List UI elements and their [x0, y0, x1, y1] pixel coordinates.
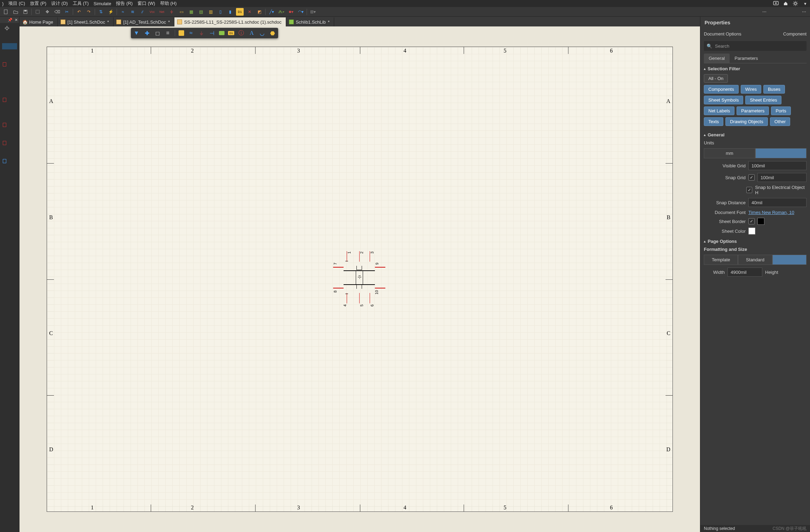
units-mil[interactable] [755, 148, 807, 158]
align-icon[interactable]: ≡ [164, 30, 171, 37]
tool-vcc-icon[interactable]: Vcc [148, 8, 156, 16]
filter-texts[interactable]: Texts [704, 117, 723, 126]
tree-item[interactable] [2, 43, 17, 49]
filter-netlabels[interactable]: Net Labels [704, 106, 734, 115]
tool-rect-icon[interactable]: ■▾ [287, 8, 295, 16]
filter-sheetentries[interactable]: Sheet Entries [745, 96, 781, 104]
filter-drawingobjects[interactable]: Drawing Objects [725, 117, 768, 126]
tool-open-icon[interactable] [12, 8, 19, 16]
section-page-options[interactable]: Page Options [700, 236, 810, 247]
menu-item[interactable]: 设计 (D) [51, 0, 68, 7]
gear-icon[interactable] [4, 25, 10, 31]
notification-icon[interactable] [773, 1, 779, 6]
menu-item[interactable]: 窗口 (W) [137, 0, 155, 7]
wire2-icon[interactable]: ≈ [188, 30, 195, 37]
filter-wires[interactable]: Wires [741, 85, 761, 94]
tab-schlib1[interactable]: Schlib1.SchLib* [286, 17, 334, 26]
tool-cut-icon[interactable]: ✂ [63, 8, 71, 16]
selectbox-icon[interactable]: ◻ [154, 30, 161, 37]
format-toggle[interactable]: Template Standard [704, 255, 807, 265]
d1-2-icon[interactable]: D1 [228, 31, 234, 35]
tool-lightning-icon[interactable]: ⚡ [107, 8, 115, 16]
tool-gnd-icon[interactable] [168, 8, 175, 16]
tool-wire-icon[interactable]: ≈ [119, 8, 127, 16]
tool-new-icon[interactable] [2, 8, 10, 16]
snap-grid-checkbox[interactable]: ✓ [748, 174, 755, 181]
filter-ports[interactable]: Ports [771, 106, 791, 115]
tool-d1-icon[interactable]: D1 [236, 8, 244, 16]
visible-grid-field[interactable]: 100mil [748, 161, 807, 170]
tab-sheet1[interactable]: [1] Sheet1.SchDoc* [58, 17, 113, 26]
menu-item[interactable]: 工具 (T) [73, 0, 89, 7]
tool-busentry-icon[interactable]: ⫽ [139, 8, 146, 16]
tool-polyline-icon[interactable]: ⨇▾ [277, 8, 285, 16]
search-input[interactable]: 🔍 Search [704, 41, 807, 51]
tree-item[interactable] [2, 122, 17, 128]
tool-part-icon[interactable]: ▮ [226, 8, 234, 16]
tab-parameters[interactable]: Parameters [730, 54, 763, 63]
tool-move-icon[interactable]: ✥ [44, 8, 51, 16]
tool-redo-icon[interactable]: ↷ [85, 8, 93, 16]
menu-item[interactable]: 放置 (P) [30, 0, 46, 7]
chevron-down-icon[interactable]: ▾ [802, 1, 808, 6]
filter-buses[interactable]: Buses [763, 85, 785, 94]
sheet-border-checkbox[interactable]: ✓ [748, 218, 755, 224]
tab-ss2258s[interactable]: SS-2258S-L11_SS-2258S-L1.schdoc (1).schd… [174, 17, 286, 26]
tab-general[interactable]: General [704, 54, 730, 63]
tool-harness-icon[interactable]: ▥ [207, 8, 214, 16]
arc2-icon[interactable]: ◡ [259, 30, 266, 37]
tool-line-icon[interactable]: ╱▾ [268, 8, 275, 16]
close-icon[interactable]: ✕ [15, 18, 18, 22]
filter-sheetsymbols[interactable]: Sheet Symbols [704, 96, 743, 104]
menu-item[interactable]: Simulate [94, 1, 111, 6]
filter-all-button[interactable]: All - On [704, 74, 728, 83]
tool-directive-icon[interactable]: ◩ [255, 8, 263, 16]
context-dropdown[interactable]: Component [783, 31, 807, 37]
filter-parameters[interactable]: Parameters [737, 106, 769, 115]
tool-device-icon[interactable]: ▯ [217, 8, 224, 16]
info-icon[interactable]: ⓘ [238, 30, 245, 37]
schematic-component[interactable]: 1 2 3 4 5 6 7 8 9 10 [335, 251, 384, 317]
snap-dist-field[interactable]: 40mil [748, 198, 807, 207]
tool-rubber-icon[interactable]: ⌫ [53, 8, 61, 16]
port2-icon[interactable]: ⊣ [209, 30, 215, 37]
schematic-canvas[interactable]: ▼ ✚ ◻ ≡ ≈ ⏚ ⊣ D1 ⓘ A ◡ ⬣ 1 2 3 [19, 26, 700, 532]
tree-item[interactable] [2, 97, 17, 103]
sheet-color-swatch[interactable] [748, 228, 755, 235]
sheet2-icon[interactable] [219, 31, 225, 35]
width-field[interactable]: 4900mil [728, 268, 762, 277]
tool-sheetsym-icon[interactable]: ▦ [187, 8, 195, 16]
doc-font-link[interactable]: Times New Roman, 10 [748, 210, 794, 215]
section-general[interactable]: General [700, 129, 810, 140]
format-standard[interactable]: Standard [738, 255, 772, 265]
tree-item[interactable] [2, 158, 17, 164]
tool-port-icon[interactable]: ▭ [178, 8, 185, 16]
menu-item[interactable]: 报告 (R) [116, 0, 133, 7]
menu-item[interactable]: 帮助 (H) [160, 0, 177, 7]
tab-adtest1[interactable]: [1] AD_Test1.SchDoc* [113, 17, 174, 26]
section-selection-filter[interactable]: Selection Filter [700, 63, 810, 74]
filter-icon[interactable]: ▼ [133, 30, 140, 37]
tool-undo-icon[interactable]: ↶ [75, 8, 83, 16]
tree-item[interactable] [2, 140, 17, 146]
toolbar-overflow-icon[interactable]: ⋯ [761, 8, 768, 16]
tool-grid-icon[interactable]: ⊞▾ [309, 8, 317, 16]
units-toggle[interactable]: mm [704, 148, 807, 158]
gear-icon[interactable] [793, 1, 798, 6]
tool-updown-icon[interactable]: ⇅ [97, 8, 105, 16]
tool-save-icon[interactable] [22, 8, 29, 16]
crosshair-icon[interactable]: ✚ [143, 30, 150, 37]
tool-sheetentry-icon[interactable]: ▤ [197, 8, 205, 16]
pin-icon[interactable]: 📌 [8, 18, 13, 22]
format-custom[interactable] [772, 255, 807, 265]
home-icon[interactable] [783, 1, 788, 6]
tool-arc-icon[interactable]: ◠▾ [297, 8, 305, 16]
component-icon[interactable] [179, 30, 184, 36]
text-icon[interactable]: A [248, 30, 255, 37]
sheet-border-swatch[interactable] [757, 218, 764, 225]
tool-noerc-icon[interactable]: ✕ [246, 8, 253, 16]
tab-home[interactable]: 🏠Home Page [19, 17, 58, 26]
filter-components[interactable]: Components [704, 85, 739, 94]
toolbar-overflow2-icon[interactable]: ⋯ [800, 8, 808, 16]
filter-other[interactable]: Other [770, 117, 791, 126]
